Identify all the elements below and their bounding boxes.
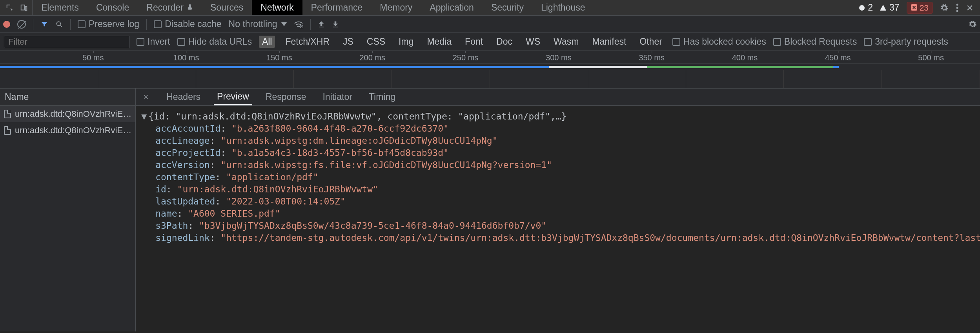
json-property-line[interactable]: id: "urn:adsk.dtd:Q8inOVzhRviEoJRBbWvwtw… <box>141 183 980 195</box>
invert-checkbox[interactable]: Invert <box>137 36 170 47</box>
json-summary-line[interactable]: ▼{id: "urn:adsk.dtd:Q8inOVzhRviEoJRBbWvw… <box>141 110 980 123</box>
tab-elements[interactable]: Elements <box>33 0 87 15</box>
json-key: lastUpdated <box>155 196 215 206</box>
timeline-tick: 450 ms <box>825 53 851 62</box>
type-filter-wasm[interactable]: Wasm <box>550 36 582 48</box>
json-property-line[interactable]: signedLink: "https://tandem-stg.autodesk… <box>141 232 980 244</box>
json-property-line[interactable]: name: "A600 SERIES.pdf" <box>141 208 980 220</box>
tab-lighthouse[interactable]: Lighthouse <box>532 0 594 15</box>
settings-gear-icon[interactable] <box>968 20 977 29</box>
info-count: 2 <box>868 2 873 13</box>
type-filter-img[interactable]: Img <box>395 36 417 48</box>
gear-icon[interactable] <box>940 4 949 12</box>
third-party-checkbox[interactable]: 3rd-party requests <box>864 36 948 47</box>
type-filter-manifest[interactable]: Manifest <box>589 36 629 48</box>
json-key: name <box>155 208 177 219</box>
timeline-tick: 300 ms <box>546 53 572 62</box>
type-filter-ws[interactable]: WS <box>523 36 543 48</box>
triangle-icon <box>880 5 886 11</box>
filter-toggle-icon[interactable] <box>40 20 48 28</box>
request-detail-pane: Headers Preview Response Initiator Timin… <box>136 89 980 331</box>
type-filter-all[interactable]: All <box>259 36 275 48</box>
json-property-line[interactable]: accAccountId: "b.a263f880-9604-4f48-a270… <box>141 123 980 135</box>
tab-timing[interactable]: Timing <box>366 89 399 105</box>
more-icon[interactable] <box>956 4 959 12</box>
column-header-name[interactable]: Name <box>0 89 135 106</box>
tab-recorder[interactable]: Recorder <box>138 0 202 15</box>
preview-body[interactable]: ▼{id: "urn:adsk.dtd:Q8inOVzhRviEoJRBbWvw… <box>136 106 980 331</box>
type-filter-doc[interactable]: Doc <box>493 36 516 48</box>
clear-button[interactable] <box>17 20 26 29</box>
type-filter-js[interactable]: JS <box>340 36 357 48</box>
type-filter-media[interactable]: Media <box>424 36 455 48</box>
timeline-tick: 250 ms <box>453 53 479 62</box>
info-badge[interactable]: 2 <box>859 2 873 13</box>
json-key: contentType <box>155 172 215 182</box>
json-summary-text: {id: "urn:adsk.dtd:Q8inOVzhRviEoJRBbWvwt… <box>148 111 567 121</box>
timeline-tick: 100 ms <box>173 53 199 62</box>
json-value: "urn:adsk.dtd:Q8inOVzhRviEoJRBbWvwtw" <box>177 184 378 194</box>
tab-headers[interactable]: Headers <box>163 89 204 105</box>
svg-point-4 <box>56 22 60 25</box>
search-icon[interactable] <box>55 20 63 28</box>
timeline-overview[interactable]: 50 ms 100 ms 150 ms 200 ms 250 ms 300 ms… <box>0 51 980 89</box>
json-property-line[interactable]: s3Path: "b3VjbgWjTYSADxz8qBsS0w/43c8a739… <box>141 220 980 232</box>
download-har-icon[interactable] <box>332 20 339 28</box>
warn-count: 37 <box>889 2 900 13</box>
document-icon <box>4 110 11 118</box>
preserve-log-label: Preserve log <box>89 19 139 29</box>
json-value: "2022-03-08T00:14:05Z" <box>226 196 346 206</box>
inspect-element-icon[interactable] <box>5 4 14 12</box>
timeline-bars <box>0 65 980 70</box>
caret-down-icon[interactable]: ▼ <box>141 110 148 123</box>
json-key: id <box>155 184 166 194</box>
disable-cache-checkbox[interactable]: Disable cache <box>154 19 221 29</box>
filter-input[interactable] <box>4 36 129 48</box>
device-toolbar-icon[interactable] <box>20 4 28 12</box>
close-icon[interactable] <box>966 4 974 12</box>
json-key: signedLink <box>155 233 209 243</box>
close-detail-icon[interactable] <box>139 92 153 102</box>
json-property-line[interactable]: accProjectId: "b.a1a5a4c3-18d3-4557-bf56… <box>141 147 980 159</box>
type-filter-css[interactable]: CSS <box>364 36 388 48</box>
network-panes: Name urn:adsk.dtd:Q8inOVzhRviE… urn:adsk… <box>0 89 980 331</box>
json-key: accLineage <box>155 136 209 146</box>
tab-initiator[interactable]: Initiator <box>319 89 355 105</box>
tab-network[interactable]: Network <box>252 0 302 15</box>
timeline-tick: 50 ms <box>82 53 104 62</box>
tab-response[interactable]: Response <box>262 89 310 105</box>
network-conditions-icon[interactable] <box>294 20 303 28</box>
tab-memory[interactable]: Memory <box>371 0 421 15</box>
type-filter-other[interactable]: Other <box>636 36 665 48</box>
request-row[interactable]: urn:adsk.dtd:Q8inOVzhRviE… <box>0 106 135 122</box>
detail-tabs: Headers Preview Response Initiator Timin… <box>136 89 980 106</box>
tab-performance[interactable]: Performance <box>302 0 372 15</box>
json-property-line[interactable]: lastUpdated: "2022-03-08T00:14:05Z" <box>141 195 980 208</box>
tab-console[interactable]: Console <box>87 0 138 15</box>
tab-sources[interactable]: Sources <box>202 0 252 15</box>
json-property-line[interactable]: accVersion: "urn:adsk.wipstg:fs.file:vf.… <box>141 159 980 171</box>
preserve-log-checkbox[interactable]: Preserve log <box>78 19 139 29</box>
json-property-line[interactable]: contentType: "application/pdf" <box>141 171 980 183</box>
upload-har-icon[interactable] <box>318 20 325 28</box>
throttling-select[interactable]: No throttling <box>229 19 287 29</box>
type-filter-fetchxhr[interactable]: Fetch/XHR <box>282 36 332 48</box>
blocked-requests-checkbox[interactable]: Blocked Requests <box>773 36 857 47</box>
record-button[interactable] <box>3 21 10 28</box>
error-badge[interactable]: 23 <box>907 2 933 14</box>
request-row[interactable]: urn:adsk.dtd:Q8inOVzhRviE… <box>0 122 135 139</box>
svg-point-1 <box>956 4 958 5</box>
blocked-req-label: Blocked Requests <box>784 36 857 47</box>
has-blocked-label: Has blocked cookies <box>683 36 766 47</box>
has-blocked-cookies-checkbox[interactable]: Has blocked cookies <box>672 36 766 47</box>
json-property-line[interactable]: accLineage: "urn:adsk.wipstg:dm.lineage:… <box>141 135 980 147</box>
hide-data-urls-checkbox[interactable]: Hide data URLs <box>177 36 252 47</box>
tab-application[interactable]: Application <box>421 0 483 15</box>
json-key: accAccountId <box>155 123 220 134</box>
third-party-label: 3rd-party requests <box>875 36 948 47</box>
network-toolbar: Preserve log Disable cache No throttling <box>0 16 980 33</box>
tab-preview[interactable]: Preview <box>214 89 252 105</box>
type-filter-font[interactable]: Font <box>462 36 486 48</box>
warning-badge[interactable]: 37 <box>880 2 900 13</box>
tab-security[interactable]: Security <box>483 0 532 15</box>
